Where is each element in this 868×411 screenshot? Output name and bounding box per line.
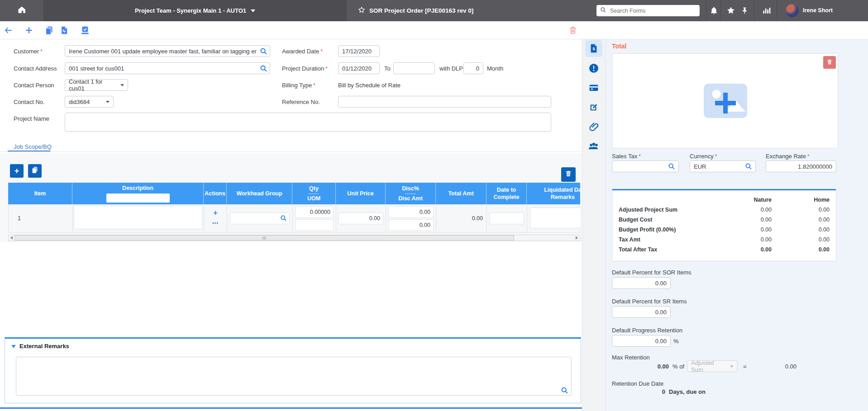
copy-record-icon[interactable]: [43, 25, 54, 36]
submit-save-icon[interactable]: [80, 25, 91, 36]
customer-input[interactable]: [65, 45, 270, 57]
qty-input[interactable]: 0.00000: [295, 206, 334, 218]
workhead-search-icon[interactable]: [280, 215, 287, 222]
cell-description: [73, 204, 204, 232]
search-forms-box[interactable]: [596, 5, 700, 16]
external-remarks-search-icon[interactable]: [561, 387, 568, 394]
scroll-right-arrow[interactable]: [574, 235, 580, 241]
cell-disc: 0.00 0.00: [386, 204, 436, 232]
delete-rows-button[interactable]: [561, 167, 576, 182]
col-liquidated-remarks: Liquidated DaRemarks: [527, 183, 580, 204]
date-to-complete-input[interactable]: [490, 213, 524, 224]
duration-to-input[interactable]: [393, 62, 435, 74]
description-filter-input[interactable]: [106, 194, 170, 203]
tab-attachments-icon[interactable]: [588, 121, 600, 132]
col-home: Home: [772, 197, 830, 203]
col-qty-uom: Qty------UOM: [292, 183, 336, 204]
new-record-plus-icon[interactable]: [24, 25, 34, 36]
default-sor-input[interactable]: [612, 277, 671, 289]
back-icon[interactable]: [3, 25, 14, 36]
collapse-triangle-icon[interactable]: [11, 345, 16, 348]
delete-image-button[interactable]: [823, 56, 836, 69]
horizontal-scrollbar[interactable]: [8, 235, 580, 241]
tab-job-scope-bq[interactable]: Job Scope/BQ: [14, 143, 52, 150]
awarded-date-input[interactable]: [338, 45, 380, 57]
summary-row-budget-profit: Budget Profit (0.00%) 0.00 0.00: [619, 225, 830, 235]
duration-from-input[interactable]: [338, 62, 380, 74]
add-row-button[interactable]: +: [10, 164, 24, 178]
exchange-rate-input[interactable]: [766, 161, 836, 172]
summary-row-tax-amt: Tax Amt 0.00 0.00: [619, 235, 830, 245]
sales-tax-search-icon[interactable]: [668, 163, 676, 170]
external-remarks-section: External Remarks: [5, 337, 581, 403]
unit-price-input[interactable]: 0.00: [339, 213, 383, 224]
divider: [720, 0, 721, 21]
reference-no-input[interactable]: [338, 96, 551, 108]
col-total-amt: Total Amt: [436, 183, 486, 204]
home-icon: [17, 5, 26, 16]
divider: [706, 0, 706, 21]
copy-row-button[interactable]: [28, 164, 42, 178]
col-actions: Actions: [204, 183, 227, 204]
liquidated-remarks-input[interactable]: [530, 208, 580, 228]
dashboard-chart-icon[interactable]: [761, 5, 771, 15]
contact-person-select[interactable]: Contact 1 for cus01: [65, 79, 128, 91]
contact-address-input[interactable]: [65, 62, 270, 74]
customer-search-icon[interactable]: [260, 47, 267, 55]
col-unit-price: Unit Price: [336, 183, 386, 204]
export-pdf-icon[interactable]: [59, 25, 70, 36]
tab-alert-icon[interactable]: [588, 62, 600, 74]
sales-tax-label: Sales Tax*: [612, 153, 641, 160]
cell-liquidated-remarks: [527, 204, 580, 232]
default-sr-input[interactable]: [612, 306, 671, 318]
job-scope-grid: Item Description Actions Workhead Group …: [8, 183, 580, 233]
col-description: Description: [72, 183, 204, 204]
summary-header-row: Nature Home: [619, 195, 830, 205]
scroll-left-arrow[interactable]: [9, 235, 14, 241]
contact-address-search-icon[interactable]: [260, 65, 267, 72]
duration-to-label: To: [384, 65, 391, 72]
contact-no-select[interactable]: did3684: [65, 96, 114, 108]
disc-amt-input[interactable]: 0.00: [388, 219, 434, 231]
copy-icon: [31, 166, 38, 176]
scrollbar-thumb[interactable]: [14, 235, 514, 241]
project-name-input[interactable]: [65, 113, 551, 132]
cell-item: 1: [9, 204, 73, 232]
dlp-input[interactable]: [463, 62, 483, 74]
disc-pct-input[interactable]: 0.00: [388, 206, 434, 218]
page-title-text: SOR Project Order [PJE00163 rev 0]: [369, 7, 473, 14]
home-button[interactable]: [0, 0, 44, 21]
month-label: Month: [487, 65, 503, 72]
tab-invoice-total-icon[interactable]: $: [588, 43, 600, 54]
user-name[interactable]: Irene Short: [803, 7, 833, 14]
team-context-menu[interactable]: Project Team - Synergix Main 1 - AUTO1: [44, 0, 347, 21]
row-add-action[interactable]: +: [204, 209, 227, 217]
user-avatar[interactable]: [786, 4, 799, 17]
tab-edit-icon[interactable]: [588, 101, 600, 113]
project-image-box: [612, 53, 838, 148]
notifications-bell-icon[interactable]: [709, 5, 719, 15]
row-more-actions[interactable]: •••: [204, 221, 227, 226]
add-image-placeholder-icon[interactable]: [704, 84, 747, 119]
pin-icon[interactable]: [739, 5, 749, 15]
summary-row-total-after-tax: Total After Tax 0.00 0.00: [619, 245, 830, 255]
tab-team-icon[interactable]: [588, 140, 600, 152]
currency-search-icon[interactable]: [745, 163, 753, 170]
max-retention-label: Max Retention: [612, 354, 650, 361]
favorite-star-icon[interactable]: [358, 6, 366, 15]
summary-row-budget-cost: Budget Cost 0.00 0.00: [619, 215, 830, 225]
cell-actions: + •••: [204, 204, 227, 232]
top-bar: Project Team - Synergix Main 1 - AUTO1 S…: [0, 0, 868, 21]
required-asterisk: *: [313, 82, 315, 89]
required-asterisk: *: [40, 48, 43, 55]
chevron-down-icon: [251, 9, 255, 12]
search-forms-input[interactable]: [609, 7, 696, 14]
favorites-star-icon[interactable]: [726, 5, 736, 15]
tab-billing-card-icon[interactable]: [588, 82, 600, 94]
billing-type-value: Bill by Schedule of Rate: [338, 82, 401, 89]
delete-record-trash-icon[interactable]: [568, 25, 578, 36]
default-progress-retention-input[interactable]: [612, 335, 671, 347]
external-remarks-input[interactable]: [16, 357, 572, 396]
uom-input[interactable]: [295, 219, 334, 231]
description-cell-input[interactable]: [74, 206, 202, 229]
